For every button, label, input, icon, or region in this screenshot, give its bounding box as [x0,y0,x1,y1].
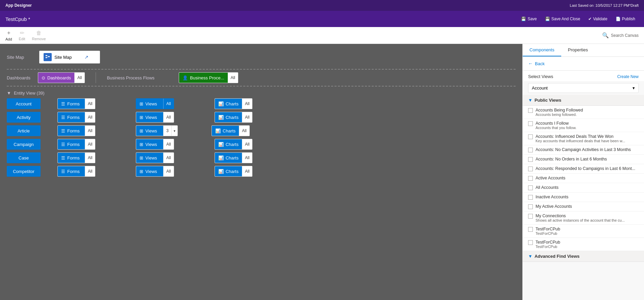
public-views-group[interactable]: ▼ Public Views [523,95,644,106]
view-checkbox-11[interactable] [528,227,533,232]
activity-views-all[interactable]: All [163,112,173,122]
account-forms[interactable]: ☰ Forms All [57,98,95,109]
panel-content[interactable]: ← Back Select Views Create New Account ▾… [523,57,644,300]
view-checkbox-1[interactable] [528,121,533,126]
activity-views-btn[interactable]: ⊞ Views [136,112,163,123]
view-checkbox-2[interactable] [528,134,533,139]
account-charts-all[interactable]: All [242,99,252,109]
campaign-charts-all[interactable]: All [242,139,252,149]
account-forms-all[interactable]: All [85,99,95,109]
article-forms-btn[interactable]: ☰ Forms [58,125,85,136]
view-checkbox-10[interactable] [528,214,533,219]
activity-views[interactable]: ⊞ Views All [136,112,174,123]
save-button[interactable]: 💾 Save [518,15,540,23]
article-views[interactable]: ⊞ Views 3 ▾ [136,125,178,136]
article-views-btn[interactable]: ⊞ Views [136,125,163,136]
article-charts[interactable]: 📊 Charts All [212,125,250,136]
account-forms-btn[interactable]: ☰ Forms [58,98,85,109]
dashboards-btn[interactable]: ⊙ Dashboards [38,72,74,83]
view-checkbox-9[interactable] [528,204,533,209]
entity-campaign-btn[interactable]: Campaign [7,139,41,150]
activity-charts-btn[interactable]: 📊 Charts [215,112,242,123]
view-checkbox-7[interactable] [528,185,533,190]
entity-account-btn[interactable]: Account [7,98,41,109]
account-views-all[interactable]: All [163,99,173,109]
entity-competitor-btn[interactable]: Competitor [7,166,41,177]
competitor-views-btn[interactable]: ⊞ Views [136,166,163,177]
activity-forms-btn[interactable]: ☰ Forms [58,112,85,123]
article-views-dropdown[interactable]: ▾ [171,126,177,136]
list-item[interactable]: Accounts I Follow Accounts that you foll… [523,119,644,132]
account-views[interactable]: ⊞ Views All [136,98,174,109]
dashboards-component[interactable]: ⊙ Dashboards All [38,72,85,83]
article-forms-all[interactable]: All [85,126,95,136]
campaign-forms-all[interactable]: All [85,139,95,149]
competitor-charts-all[interactable]: All [242,166,252,176]
list-item[interactable]: My Connections Shows all active instance… [523,211,644,225]
entity-dropdown[interactable]: Account ▾ [528,83,639,93]
canvas-area[interactable]: Site Map Site Map ↗ Dashboards ⊙ Dashboa… [0,44,522,300]
campaign-views[interactable]: ⊞ Views All [136,139,174,150]
competitor-forms-btn[interactable]: ☰ Forms [58,166,85,177]
case-charts[interactable]: 📊 Charts All [215,152,253,163]
list-item[interactable]: Accounts: No Orders in Last 6 Months [523,155,644,164]
add-toolbar-item[interactable]: ＋ Add [5,29,12,41]
case-forms[interactable]: ☰ Forms All [57,152,95,163]
view-checkbox-4[interactable] [528,157,533,162]
save-and-close-button[interactable]: 💾 Save And Close [542,15,584,23]
validate-button[interactable]: ✔ Validate [585,15,611,23]
competitor-charts[interactable]: 📊 Charts All [215,166,253,177]
entity-view-header[interactable]: ▼ Entity View (39) [7,91,516,96]
case-forms-all[interactable]: All [85,153,95,163]
case-charts-all[interactable]: All [242,153,252,163]
list-item[interactable]: Active Accounts [523,174,644,183]
campaign-charts[interactable]: 📊 Charts All [215,139,253,150]
publish-button[interactable]: 📄 Publish [612,15,639,23]
activity-forms[interactable]: ☰ Forms All [57,112,95,123]
list-item[interactable]: TestForCPub TestForCPub [523,238,644,251]
back-button[interactable]: ← Back [523,57,644,71]
competitor-charts-btn[interactable]: 📊 Charts [215,166,242,177]
view-checkbox-0[interactable] [528,108,533,113]
case-charts-btn[interactable]: 📊 Charts [215,152,242,163]
sitemap-box[interactable]: Site Map ↗ [39,51,100,64]
list-item[interactable]: All Accounts [523,183,644,193]
account-views-btn[interactable]: ⊞ Views [136,98,163,109]
activity-charts-all[interactable]: All [242,112,252,122]
article-forms[interactable]: ☰ Forms All [57,125,95,136]
bpf-btn[interactable]: 👤 Business Proce... [179,72,227,83]
competitor-views[interactable]: ⊞ Views All [136,166,174,177]
campaign-views-btn[interactable]: ⊞ Views [136,139,163,150]
campaign-forms-btn[interactable]: ☰ Forms [58,139,85,150]
sitemap-arrow-icon[interactable]: ↗ [84,54,89,60]
competitor-views-all[interactable]: All [163,166,173,176]
case-views-btn[interactable]: ⊞ Views [136,152,163,163]
activity-forms-all[interactable]: All [85,112,95,122]
create-new-link[interactable]: Create New [617,74,639,79]
article-charts-btn[interactable]: 📊 Charts [212,125,239,136]
tab-properties[interactable]: Properties [561,44,595,56]
dashboards-all[interactable]: All [74,73,84,83]
campaign-charts-btn[interactable]: 📊 Charts [215,139,242,150]
list-item[interactable]: Accounts Being Followed Accounts being f… [523,106,644,119]
account-charts[interactable]: 📊 Charts All [215,98,253,109]
campaign-views-all[interactable]: All [163,139,173,149]
bpf-component[interactable]: 👤 Business Proce... All [179,72,238,83]
account-charts-btn[interactable]: 📊 Charts [215,98,242,109]
list-item[interactable]: Inactive Accounts [523,193,644,202]
entity-article-btn[interactable]: Article [7,125,41,136]
view-checkbox-8[interactable] [528,195,533,200]
case-views-all[interactable]: All [163,153,173,163]
search-canvas[interactable]: 🔍 Search Canvas [602,32,639,39]
case-forms-btn[interactable]: ☰ Forms [58,152,85,163]
campaign-forms[interactable]: ☰ Forms All [57,139,95,150]
tab-components[interactable]: Components [523,44,561,56]
list-item[interactable]: Accounts: Influenced Deals That We Won K… [523,132,644,145]
view-checkbox-3[interactable] [528,148,533,152]
entity-activity-btn[interactable]: Activity [7,112,41,123]
activity-charts[interactable]: 📊 Charts All [215,112,253,123]
view-checkbox-5[interactable] [528,167,533,171]
case-views[interactable]: ⊞ Views All [136,152,174,163]
view-checkbox-12[interactable] [528,240,533,245]
list-item[interactable]: Accounts: Responded to Campaigns in Last… [523,164,644,174]
